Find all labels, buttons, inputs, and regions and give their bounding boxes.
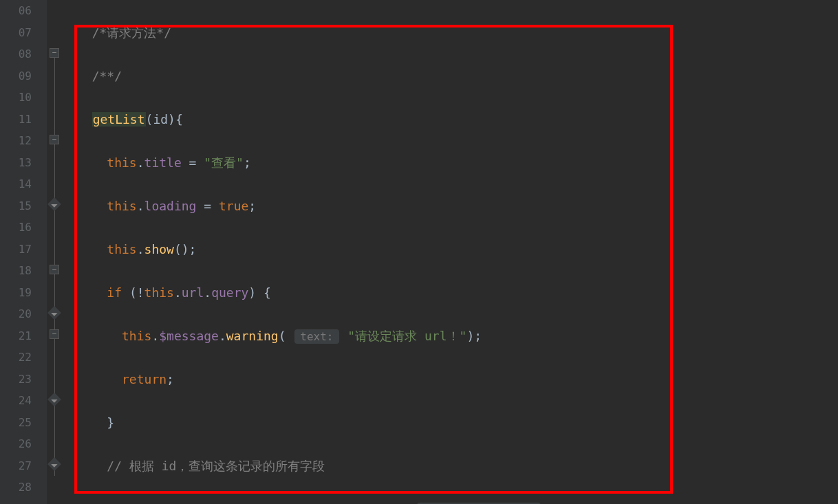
fold-close-icon[interactable]: ◢ <box>47 197 61 211</box>
code-area[interactable]: /*请求方法*/ /**/ getList(id){ this.title = … <box>63 0 838 504</box>
code-line[interactable]: this.title = "查看"; <box>77 152 838 174</box>
code-line[interactable]: /**/ <box>77 65 838 87</box>
fold-close-icon[interactable]: ◢ <box>47 306 61 320</box>
line-number-gutter: 06 07 08 09 10 11 12 13 14 15 16 17 18 1… <box>0 0 47 504</box>
fold-toggle-icon[interactable]: − <box>50 135 59 144</box>
line-number[interactable]: 29 <box>0 498 32 505</box>
line-number[interactable]: 18 <box>0 260 32 282</box>
line-number[interactable]: 27 <box>0 455 32 477</box>
line-number[interactable]: 07 <box>0 22 32 44</box>
line-number[interactable]: 26 <box>0 433 32 455</box>
code-line[interactable]: /*请求方法*/ <box>77 22 838 44</box>
code-line[interactable]: getAction(path.join(this.url.query, id))… <box>77 498 838 505</box>
line-number[interactable]: 23 <box>0 369 32 391</box>
code-editor: 06 07 08 09 10 11 12 13 14 15 16 17 18 1… <box>0 0 838 504</box>
comment: /**/ <box>92 69 122 83</box>
line-number[interactable]: 20 <box>0 303 32 325</box>
line-number[interactable]: 08 <box>0 43 32 65</box>
line-number[interactable]: 06 <box>0 0 32 22</box>
line-number[interactable]: 28 <box>0 476 32 498</box>
line-number[interactable]: 13 <box>0 152 32 174</box>
fold-close-icon[interactable]: ◢ <box>47 457 61 471</box>
line-number[interactable]: 12 <box>0 130 32 152</box>
line-number[interactable]: 14 <box>0 173 32 195</box>
line-number[interactable]: 25 <box>0 412 32 434</box>
line-number[interactable]: 22 <box>0 347 32 369</box>
fold-close-icon[interactable]: ◢ <box>47 393 61 406</box>
line-number[interactable]: 15 <box>0 195 32 217</box>
fold-toggle-icon[interactable]: − <box>50 265 59 274</box>
line-number[interactable]: 17 <box>0 239 32 261</box>
comment: // 根据 id，查询这条记录的所有字段 <box>107 459 325 473</box>
param: id <box>153 112 168 127</box>
code-line[interactable]: } <box>77 412 838 434</box>
code-line[interactable]: if (!this.url.query) { <box>77 282 838 304</box>
line-number[interactable]: 19 <box>0 282 32 304</box>
code-line[interactable]: return; <box>77 369 838 391</box>
line-number[interactable]: 21 <box>0 325 32 347</box>
fold-toggle-icon[interactable]: − <box>50 48 59 58</box>
comment: /*请求方法*/ <box>92 25 171 40</box>
code-line[interactable]: this.$message.warning( text: "请设定请求 url！… <box>77 325 838 347</box>
code-line[interactable]: // 根据 id，查询这条记录的所有字段 <box>77 455 838 477</box>
method-name: getList <box>92 112 146 127</box>
line-number[interactable]: 11 <box>0 109 32 131</box>
line-number[interactable]: 09 <box>0 65 32 87</box>
code-line[interactable]: getList(id){ <box>77 109 838 131</box>
inlay-hint: text: <box>294 329 339 344</box>
fold-column: − − ◢ − ◢ − ◢ ◢ <box>47 0 63 504</box>
line-number[interactable]: 24 <box>0 390 32 412</box>
code-line[interactable]: this.show(); <box>77 239 838 261</box>
line-number[interactable]: 10 <box>0 87 32 109</box>
code-line[interactable]: this.loading = true; <box>77 195 838 217</box>
line-number[interactable]: 16 <box>0 217 32 239</box>
fold-toggle-icon[interactable]: − <box>50 329 59 339</box>
